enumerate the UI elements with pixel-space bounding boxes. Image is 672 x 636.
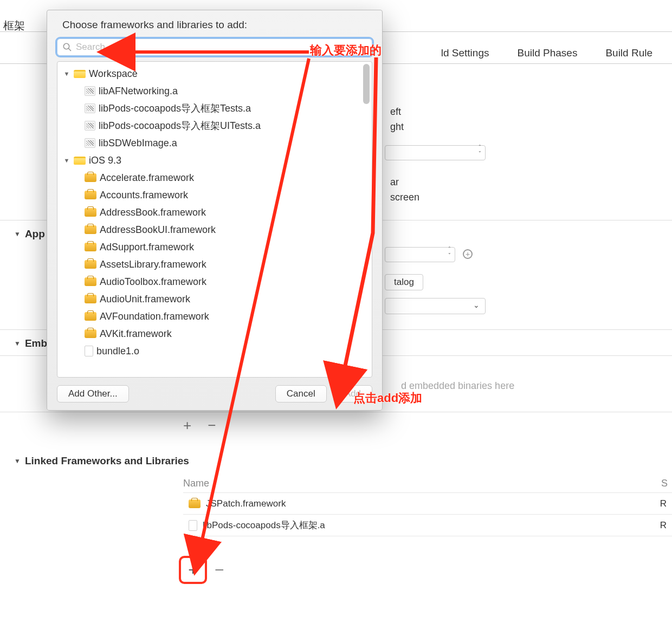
- table-row[interactable]: JSPatch.framework R: [183, 492, 672, 514]
- tree-item-label: Accounts.framework: [100, 190, 188, 201]
- tree-item-label: Accelerate.framework: [100, 172, 194, 184]
- folder-icon: [74, 157, 86, 165]
- cancel-button[interactable]: Cancel: [275, 385, 327, 403]
- framework-icon: [85, 277, 96, 286]
- disclosure-icon: ▼: [14, 457, 21, 465]
- tab-build-settings[interactable]: ld Settings: [441, 47, 489, 59]
- disclosure-icon: ▼: [14, 230, 21, 238]
- tree-item[interactable]: bundle1.o: [60, 342, 370, 360]
- tree-item-label: libPods-cocoapods导入框架Tests.a: [99, 102, 251, 115]
- tree-group-label: iOS 9.3: [89, 155, 121, 166]
- file-icon: [85, 346, 93, 356]
- tree-item-label: AssetsLibrary.framework: [100, 259, 206, 270]
- disclosure-icon: ▼: [63, 70, 70, 77]
- framework-icon: [85, 295, 96, 303]
- tree-item[interactable]: libAFNetworking.a: [60, 82, 370, 100]
- dialog-title: Choose frameworks and libraries to add:: [62, 19, 372, 31]
- tree-item-label: libSDWebImage.a: [99, 138, 177, 149]
- linked-row-status: R: [660, 520, 672, 531]
- tree-item-label: AVKit.framework: [100, 328, 172, 340]
- framework-icon: [85, 225, 96, 234]
- tree-item[interactable]: libSDWebImage.a: [60, 134, 370, 152]
- embed-add-remove: + −: [183, 417, 216, 434]
- tree-item[interactable]: libPods-cocoapods导入框架UITests.a: [60, 117, 370, 134]
- framework-icon: [85, 173, 96, 182]
- linked-add-remove: + −: [179, 556, 224, 584]
- minus-icon[interactable]: −: [215, 561, 224, 579]
- tree-item-label: AudioToolbox.framework: [100, 276, 206, 288]
- framework-icon: [85, 329, 96, 338]
- tree-item-label: libPods-cocoapods导入框架UITests.a: [99, 119, 261, 132]
- framework-icon: [85, 312, 96, 321]
- tree-item[interactable]: AudioToolbox.framework: [60, 273, 370, 290]
- tree-item[interactable]: AudioUnit.framework: [60, 290, 370, 308]
- breadcrumb-fragment: 框架: [3, 18, 25, 33]
- tab-build-rules[interactable]: Build Rule: [605, 47, 652, 59]
- folder-icon: [74, 70, 86, 78]
- bg-text-screen-frag: screen: [390, 192, 419, 203]
- framework-icon: [85, 208, 96, 217]
- tree-item[interactable]: AVFoundation.framework: [60, 308, 370, 325]
- tree-item-label: libAFNetworking.a: [99, 86, 178, 97]
- annotation-add-hint: 点击add添加: [353, 390, 422, 406]
- file-icon: [189, 520, 197, 531]
- linked-table: Name S JSPatch.framework R libPods-cocoa…: [183, 475, 672, 536]
- library-icon: [85, 121, 95, 131]
- tree-item-label: bundle1.o: [96, 346, 139, 357]
- framework-icon: [85, 243, 96, 251]
- annotation-input-hint: 输入要添加的: [310, 42, 382, 59]
- tree-group[interactable]: ▼iOS 9.3: [60, 152, 370, 169]
- tab-build-phases[interactable]: Build Phases: [517, 47, 577, 59]
- linked-status-header: S: [661, 478, 668, 489]
- framework-icon: [189, 499, 201, 508]
- table-row[interactable]: libPods-cocoapods导入框架.a R: [183, 514, 672, 536]
- tree-item-label: AdSupport.framework: [100, 242, 194, 253]
- tree-item-label: AudioUnit.framework: [100, 294, 190, 305]
- bg-select-appicon[interactable]: [385, 247, 455, 262]
- linked-row-label: libPods-cocoapods导入框架.a: [203, 519, 325, 531]
- tree-item[interactable]: AddressBook.framework: [60, 204, 370, 221]
- svg-line-1: [69, 49, 72, 51]
- disclosure-icon: ▼: [14, 340, 21, 347]
- framework-icon: [85, 260, 96, 269]
- add-framework-dialog: Choose frameworks and libraries to add: …: [47, 10, 383, 411]
- tree-item-label: AddressBookUI.framework: [100, 224, 216, 236]
- framework-list[interactable]: ▼WorkspacelibAFNetworking.alibPods-cocoa…: [57, 61, 372, 378]
- bg-select-orientation[interactable]: [385, 145, 486, 160]
- scrollbar[interactable]: [362, 64, 371, 375]
- library-icon: [85, 86, 95, 96]
- tree-item[interactable]: Accelerate.framework: [60, 169, 370, 186]
- framework-icon: [85, 191, 96, 199]
- bg-text-right-frag: ght: [390, 121, 404, 133]
- tree-item-label: AVFoundation.framework: [100, 311, 209, 322]
- bg-button-catalog[interactable]: talog: [385, 274, 423, 290]
- disclosure-icon: ▼: [63, 157, 70, 164]
- tree-item[interactable]: AddressBookUI.framework: [60, 221, 370, 238]
- plus-button-highlighted[interactable]: +: [179, 556, 207, 584]
- section-linked[interactable]: ▼ Linked Frameworks and Libraries: [0, 447, 672, 475]
- tree-item[interactable]: AdSupport.framework: [60, 238, 370, 256]
- minus-icon[interactable]: −: [208, 417, 216, 434]
- section-linked-label: Linked Frameworks and Libraries: [25, 455, 189, 467]
- tree-item-label: AddressBook.framework: [100, 207, 206, 218]
- linked-row-status: R: [660, 498, 672, 509]
- tree-group-label: Workspace: [89, 68, 138, 80]
- bg-select-launch[interactable]: [385, 298, 486, 314]
- tree-item[interactable]: Accounts.framework: [60, 186, 370, 204]
- tree-group[interactable]: ▼Workspace: [60, 65, 370, 82]
- gear-icon[interactable]: +: [463, 249, 473, 259]
- plus-icon[interactable]: +: [183, 417, 191, 434]
- search-icon: [62, 42, 72, 52]
- linked-row-label: JSPatch.framework: [206, 498, 286, 509]
- tree-item[interactable]: AssetsLibrary.framework: [60, 256, 370, 273]
- svg-point-0: [63, 43, 69, 49]
- add-other-button[interactable]: Add Other...: [57, 385, 129, 403]
- bg-text-bar-frag: ar: [390, 177, 399, 188]
- bg-text-left-frag: eft: [390, 106, 401, 118]
- library-icon: [85, 138, 95, 148]
- linked-name-header: Name: [183, 475, 672, 492]
- tree-item[interactable]: AVKit.framework: [60, 325, 370, 342]
- library-icon: [85, 103, 95, 113]
- tree-item[interactable]: libPods-cocoapods导入框架Tests.a: [60, 100, 370, 117]
- scrollbar-thumb[interactable]: [363, 64, 370, 104]
